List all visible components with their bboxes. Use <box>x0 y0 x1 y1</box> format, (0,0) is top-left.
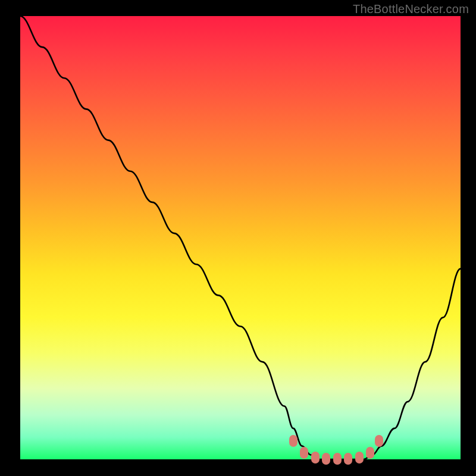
curve-layer <box>20 16 461 459</box>
bottleneck-curve-path <box>20 16 461 459</box>
chart-container: TheBottleNecker.com <box>0 0 476 476</box>
plot-area <box>20 16 461 459</box>
watermark-text: TheBottleNecker.com <box>353 2 469 16</box>
